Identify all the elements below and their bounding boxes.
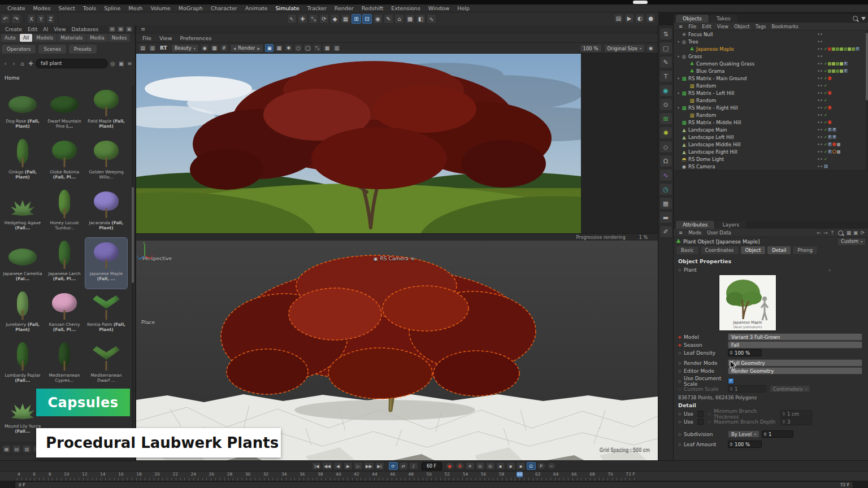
record-button[interactable]: ▪ — [506, 462, 515, 470]
frame-tick[interactable]: 22 — [172, 472, 179, 477]
menu-item[interactable]: Render — [331, 5, 358, 11]
visibility-dots[interactable] — [818, 129, 824, 130]
frame-tick[interactable]: 34 — [281, 472, 288, 477]
filter-icon[interactable] — [861, 17, 866, 20]
subdivision-field[interactable]: 1 — [762, 430, 793, 438]
object-name[interactable]: Blue Grama — [696, 68, 724, 74]
object-tags[interactable]: ▢ — [824, 164, 868, 168]
frame-tick[interactable]: 16 — [118, 472, 124, 477]
attribute-tab[interactable]: Coordinates — [700, 246, 739, 255]
perspective-viewport[interactable]: Perspective ▣ RS Camera ⊕ Place Grid Spa… — [136, 241, 658, 460]
attribute-tab[interactable]: Phong — [792, 246, 818, 255]
asset-item[interactable]: Golden Weeping Willo... — [85, 136, 127, 187]
param-diamond-icon[interactable]: ◇ — [678, 432, 684, 437]
frame-tick[interactable]: 56 — [480, 472, 487, 477]
object-tree-row[interactable]: ♣ Japanese Maple ✓F — [674, 45, 868, 53]
renderview-icon[interactable]: ◯ — [303, 44, 312, 52]
playback-button[interactable]: ▶ — [344, 462, 353, 470]
zoom-level[interactable]: 100 % — [580, 44, 602, 53]
search-icon[interactable] — [838, 230, 843, 236]
object-tags[interactable]: ✓ — [824, 120, 868, 124]
toolbar-icon[interactable]: ⊟ — [362, 14, 372, 24]
frame-tick[interactable]: 70 — [607, 472, 614, 477]
asset-group-button[interactable]: Presets — [68, 44, 97, 54]
menu-item[interactable]: Redshift — [358, 5, 388, 11]
panel-layout-icon[interactable]: ▦ — [117, 26, 124, 32]
asset-filter-tab[interactable]: Models — [33, 34, 57, 42]
menu-item[interactable]: Simulate — [272, 5, 303, 11]
leaf-amount-field[interactable]: 100 % — [728, 441, 762, 448]
object-tree-row[interactable]: ▲ Landscape Right Hill ✓F — [674, 148, 868, 155]
browser-menu-icon[interactable]: ≡ — [126, 60, 133, 67]
frame-tick[interactable]: 20 — [154, 472, 160, 477]
frame-tick[interactable]: 18 — [136, 472, 142, 477]
asset-search-input[interactable]: fall plant — [36, 59, 108, 68]
use-document-scale-checkbox[interactable]: ✓ — [728, 378, 734, 384]
attribute-tab[interactable]: Detail — [767, 246, 791, 255]
playback-button[interactable]: ◀ — [333, 462, 342, 470]
current-frame-field[interactable]: 60 F — [422, 462, 442, 470]
object-tree-row[interactable]: ▨ Random ✓ — [674, 97, 868, 104]
visibility-dots[interactable] — [818, 92, 824, 94]
renderview-icon[interactable]: ▥ — [332, 44, 341, 52]
manager-tab[interactable]: Takes — [710, 15, 737, 23]
renderview-icon[interactable]: ▦ — [210, 44, 219, 52]
mode-palette-icon[interactable]: ∿ — [659, 169, 672, 181]
object-tags[interactable]: ✓F — [824, 62, 868, 66]
frame-tick[interactable]: 54 — [462, 472, 469, 477]
object-tree-row[interactable]: ▲ Landscape Middle Hill ✓F — [674, 141, 868, 148]
frame-tick[interactable]: 26 — [209, 472, 215, 477]
forward-icon[interactable]: › — [10, 60, 18, 67]
asset-menu-item[interactable]: Databases — [69, 27, 102, 32]
asset-item[interactable]: Ginkgo (Fall, Plant) — [2, 136, 44, 187]
asset-filter-tab[interactable]: All — [20, 34, 33, 42]
expand-icon[interactable]: ▾ — [676, 54, 681, 58]
manager-tab[interactable]: Layers — [715, 221, 746, 229]
record-button[interactable]: ● — [445, 462, 454, 470]
toolbar-icon[interactable]: ⊞ — [351, 14, 361, 24]
mode-palette-icon[interactable]: ◷ — [659, 183, 672, 195]
renderview-icon[interactable]: ▩ — [323, 44, 331, 52]
om-menu-item[interactable]: Edit — [699, 24, 714, 29]
object-name[interactable]: RS Matrix - Right Hill — [688, 105, 738, 111]
record-button[interactable]: − — [547, 462, 556, 470]
expand-icon[interactable]: ▾ — [676, 40, 681, 43]
frame-tick[interactable]: 62 — [535, 472, 541, 477]
toolbar-icon[interactable]: ⤡ — [309, 14, 318, 24]
object-tags[interactable]: ✓ — [824, 99, 868, 102]
object-name[interactable]: Random — [696, 98, 716, 103]
asset-item[interactable]: Jacaranda (Fall, Plant) — [85, 187, 127, 238]
user-data-menu[interactable]: User Data — [704, 230, 734, 236]
undo-redo-icon[interactable]: ↶ — [1, 14, 10, 24]
asset-menu-item[interactable]: Create — [2, 27, 25, 32]
record-button[interactable]: ◎ — [486, 462, 495, 470]
param-diamond-icon[interactable]: ◇ — [678, 361, 684, 365]
record-button[interactable]: ◎ — [476, 462, 485, 470]
visibility-dots[interactable] — [818, 99, 824, 101]
attr-tool-icon[interactable]: ▣ — [852, 230, 859, 236]
object-name[interactable]: Landscape Right Hill — [688, 149, 737, 155]
frame-tick[interactable]: 64 — [553, 472, 559, 477]
keyframe-diamond-icon[interactable]: ◆ — [678, 335, 684, 339]
view-mode-icon[interactable]: ▦ — [2, 445, 11, 453]
mode-palette-icon[interactable]: ✱ — [659, 127, 672, 139]
leaf-density-field[interactable]: 100 % — [728, 349, 762, 356]
asset-group-button[interactable]: Scenes — [38, 44, 66, 54]
object-tags[interactable]: ✓FP — [824, 128, 868, 132]
toolbar-icon[interactable]: ⌂ — [394, 14, 404, 24]
menu-item[interactable]: Window — [424, 5, 453, 11]
asset-filter-tab[interactable]: Nodes — [108, 34, 131, 42]
param-diamond-icon[interactable]: ◇ — [678, 351, 684, 355]
object-name[interactable]: RS Matrix - Main Ground — [688, 76, 747, 81]
menu-item[interactable]: Spline — [100, 5, 124, 11]
object-tags[interactable]: ✓ — [824, 76, 868, 80]
object-tree-row[interactable]: ◉ RS Camera ▢ — [674, 163, 868, 170]
frame-tick[interactable]: 38 — [317, 472, 324, 477]
history-nav-icon[interactable]: ← — [815, 230, 822, 236]
frame-tick[interactable]: 4 — [17, 472, 21, 477]
visibility-dots[interactable] — [818, 85, 824, 86]
object-tree-row[interactable]: ▾ ▦ RS Matrix - Right Hill ✓ — [674, 104, 868, 111]
visibility-dots[interactable] — [818, 121, 824, 123]
beauty-dropdown[interactable]: Beauty▾ — [171, 44, 199, 53]
visibility-dots[interactable] — [818, 70, 824, 72]
